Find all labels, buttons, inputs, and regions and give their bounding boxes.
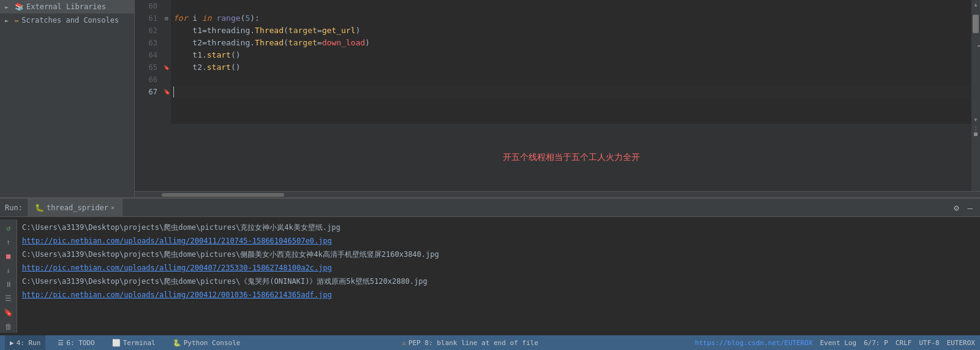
line-num-67: 67	[135, 86, 157, 98]
main-area: ► 📚 External Libraries ► ✏ Scratches and…	[0, 0, 980, 197]
vertical-scrollbar[interactable]: ▲ ▼	[971, 0, 980, 124]
warning-text: PEP 8: blank line at end of file	[409, 339, 538, 347]
console-line-1: C:\Users\a3139\Desktop\projects\爬虫dome\p…	[22, 221, 975, 234]
code-lines-area: 60 61 62 63 64 65 66 67 ⊟ 🔖 🔖	[135, 0, 980, 124]
python-icon: 🐍	[173, 339, 181, 347]
minimize-btn[interactable]: —	[965, 202, 975, 214]
csdn-url[interactable]: https://blog.csdn.net/EUTEROX	[695, 339, 813, 347]
sidebar-item-external-libraries[interactable]: ► 📚 External Libraries	[0, 0, 134, 13]
horizontal-scrollbar[interactable]	[135, 191, 980, 197]
console-toolbar: ↺ ↑ ■ ↓ ⏸ ☰ 🔖 🗑	[0, 219, 17, 333]
external-libraries-label: External Libraries	[26, 2, 106, 11]
scroll-line-2	[975, 129, 976, 131]
todo-icon: ☰	[58, 339, 64, 347]
scroll-track[interactable]	[971, 9, 980, 115]
code-line-63: t2=threading.Thread(target=down_load)	[173, 37, 971, 49]
line-num-64: 64	[135, 49, 157, 61]
code-line-60	[173, 0, 971, 12]
terminal-label: Terminal	[123, 339, 156, 347]
annotation-body: 开五个线程相当于五个工人火力全开	[171, 124, 971, 191]
right-scroll-indicators	[971, 124, 980, 191]
kw-in: in	[202, 12, 212, 25]
h-scroll-thumb[interactable]	[162, 193, 284, 197]
status-run-tab[interactable]: ▶ 4: Run	[5, 335, 45, 350]
settings-btn[interactable]: ⚙	[951, 202, 961, 214]
bookmark-console-btn[interactable]: 🔖	[2, 307, 15, 319]
code-editor[interactable]: for i in range(5): t1=threading.Thread(t…	[171, 0, 971, 124]
list-btn[interactable]: ☰	[2, 293, 15, 305]
annotation-text: 开五个线程相当于五个工人火力全开	[503, 152, 640, 163]
event-log[interactable]: Event Log	[820, 339, 857, 347]
tree-arrow-scratches: ►	[5, 17, 12, 24]
console-link-1[interactable]: http://pic.netbian.com/uploads/allimg/20…	[22, 237, 332, 245]
line-num-62: 62	[135, 25, 157, 37]
status-warning: ⚠ PEP 8: blank line at end of file	[402, 339, 538, 347]
terminal-icon: ⬜	[112, 339, 121, 347]
annotation-linenum	[135, 124, 162, 191]
line-num-65: 65	[135, 61, 157, 74]
line-num-63: 63	[135, 37, 157, 49]
status-right: https://blog.csdn.net/EUTEROX Event Log …	[695, 339, 975, 347]
rerun-btn[interactable]: ↺	[2, 222, 15, 234]
scroll-marker	[978, 45, 980, 47]
status-bar: ▶ 4: Run ☰ 6: TODO ⬜ Terminal 🐍 Python C…	[0, 335, 980, 350]
scratches-icon: ✏	[15, 16, 19, 25]
console-text: C:\Users\a3139\Desktop\projects\爬虫dome\p…	[17, 219, 980, 333]
position-info: 6/7: P	[864, 339, 888, 347]
console-line-6[interactable]: http://pic.netbian.com/uploads/allimg/20…	[22, 288, 975, 302]
code-line-64: t1.start()	[173, 49, 971, 61]
console-line-4[interactable]: http://pic.netbian.com/uploads/allimg/20…	[22, 261, 975, 275]
fold-65[interactable]: 🔖	[162, 61, 171, 74]
console-link-2[interactable]: http://pic.netbian.com/uploads/allimg/20…	[22, 264, 332, 272]
scroll-down-console-btn[interactable]: ↓	[2, 264, 15, 276]
bottom-panel: Run: 🐛 thread_sprider ✕ ⚙ — ↺ ↑ ■ ↓ ⏸ ☰ …	[0, 197, 980, 335]
charset-info: UTF-8	[919, 339, 940, 347]
code-line-61: for i in range(5):	[173, 12, 971, 25]
fold-64	[162, 49, 171, 61]
scroll-down-btn[interactable]: ▼	[971, 115, 980, 124]
fold-67[interactable]: 🔖	[162, 86, 171, 98]
code-line-67[interactable]	[173, 86, 971, 98]
scratches-label: Scratches and Consoles	[21, 16, 119, 25]
code-line-66	[173, 74, 971, 86]
scroll-up-console-btn[interactable]: ↑	[2, 236, 15, 248]
pause-btn[interactable]: ⏸	[2, 279, 15, 291]
scroll-up-btn[interactable]: ▲	[971, 0, 980, 9]
status-todo-tab[interactable]: ☰ 6: TODO	[53, 335, 99, 350]
stop-btn[interactable]: ■	[2, 250, 15, 262]
lib-icon: 📚	[15, 2, 24, 11]
code-line-65: t2.start()	[173, 61, 971, 74]
fold-61[interactable]: ⊟	[162, 12, 171, 25]
console-line-5: C:\Users\a3139\Desktop\projects\爬虫dome\p…	[22, 275, 975, 288]
console-line-3: C:\Users\a3139\Desktop\projects\爬虫dome\p…	[22, 248, 975, 261]
fold-62	[162, 25, 171, 37]
status-terminal-tab[interactable]: ⬜ Terminal	[107, 335, 160, 350]
scroll-indicator-box	[974, 132, 978, 136]
line-num-60: 60	[135, 0, 157, 12]
line-num-66: 66	[135, 74, 157, 86]
sidebar-item-scratches[interactable]: ► ✏ Scratches and Consoles	[0, 13, 134, 27]
annotation-area: 开五个线程相当于五个工人火力全开	[135, 124, 980, 191]
todo-label: 6: TODO	[66, 339, 94, 347]
cursor	[173, 86, 174, 97]
scroll-line-1	[975, 126, 976, 128]
tab-left: Run: 🐛 thread_sprider ✕	[0, 199, 123, 217]
console-link-3[interactable]: http://pic.netbian.com/uploads/allimg/20…	[22, 291, 332, 299]
bottom-tabs: Run: 🐛 thread_sprider ✕ ⚙ —	[0, 199, 980, 217]
line-num-61: 61	[135, 12, 157, 25]
console-line-2[interactable]: http://pic.netbian.com/uploads/allimg/20…	[22, 234, 975, 248]
fold-66	[162, 74, 171, 86]
scroll-handle[interactable]	[973, 15, 979, 33]
status-python-tab[interactable]: 🐍 Python Console	[168, 335, 246, 350]
line-numbers: 60 61 62 63 64 65 66 67	[135, 0, 162, 124]
clear-btn[interactable]: 🗑	[2, 321, 15, 333]
warning-icon: ⚠	[402, 339, 406, 347]
run-label: Run:	[0, 204, 28, 212]
run-tab[interactable]: 🐛 thread_sprider ✕	[28, 199, 123, 217]
tab-close-btn[interactable]: ✕	[111, 204, 115, 211]
fold-gutter: ⊟ 🔖 🔖	[162, 0, 171, 124]
app-name: EUTEROX	[947, 339, 975, 347]
run-icon: ▶	[10, 339, 14, 347]
tab-right: ⚙ —	[951, 202, 980, 214]
run-tab-icon: 🐛	[35, 204, 44, 212]
